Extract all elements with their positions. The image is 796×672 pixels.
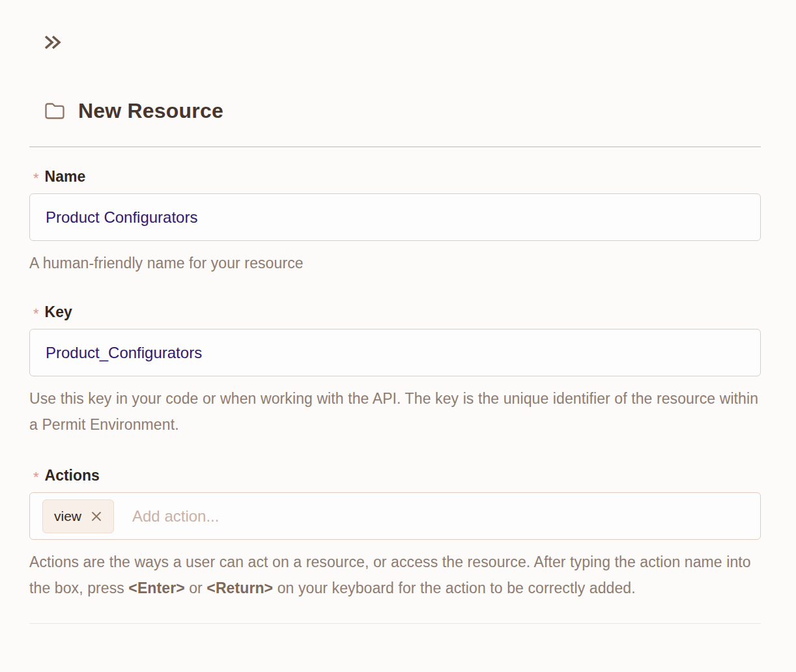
enter-key-hint: <Enter> <box>128 580 184 596</box>
actions-help-middle: or <box>185 580 207 596</box>
return-key-hint: <Return> <box>206 580 273 596</box>
double-chevron-right-icon <box>43 33 63 51</box>
action-tag-view: view <box>42 499 114 533</box>
key-field-label: * Key <box>33 303 761 323</box>
actions-help-text: Actions are the ways a user can act on a… <box>29 549 761 601</box>
name-help-text: A human-friendly name for your resource <box>29 250 761 276</box>
name-field-group: * Name A human-friendly name for your re… <box>29 168 761 276</box>
add-action-input[interactable] <box>131 507 752 526</box>
actions-tag-input-box[interactable]: view <box>29 492 761 540</box>
x-icon <box>91 511 102 522</box>
remove-action-tag-button[interactable] <box>89 509 104 524</box>
actions-field-group: * Actions view Actions are the ways a us… <box>29 467 761 601</box>
required-asterisk: * <box>33 469 39 486</box>
page-title: New Resource <box>78 99 223 123</box>
actions-field-label: * Actions <box>33 467 761 486</box>
key-input[interactable] <box>29 329 761 376</box>
header-divider <box>29 147 761 147</box>
folder-icon <box>44 102 64 120</box>
footer-divider <box>29 623 761 624</box>
page-header: New Resource <box>44 96 761 126</box>
new-resource-panel: New Resource * Name A human-friendly nam… <box>0 0 796 624</box>
actions-help-after: on your keyboard for the action to be co… <box>273 580 636 596</box>
name-field-label: * Name <box>33 168 761 188</box>
key-field-group: * Key Use this key in your code or when … <box>29 303 761 438</box>
actions-label-text: Actions <box>45 467 100 484</box>
required-asterisk: * <box>33 305 39 322</box>
action-tag-label: view <box>54 509 81 524</box>
key-label-text: Key <box>45 303 72 321</box>
name-label-text: Name <box>45 168 86 186</box>
key-help-text: Use this key in your code or when workin… <box>29 385 761 438</box>
required-asterisk: * <box>33 170 39 187</box>
name-input[interactable] <box>29 193 761 241</box>
collapse-sidebar-button[interactable] <box>43 33 63 52</box>
